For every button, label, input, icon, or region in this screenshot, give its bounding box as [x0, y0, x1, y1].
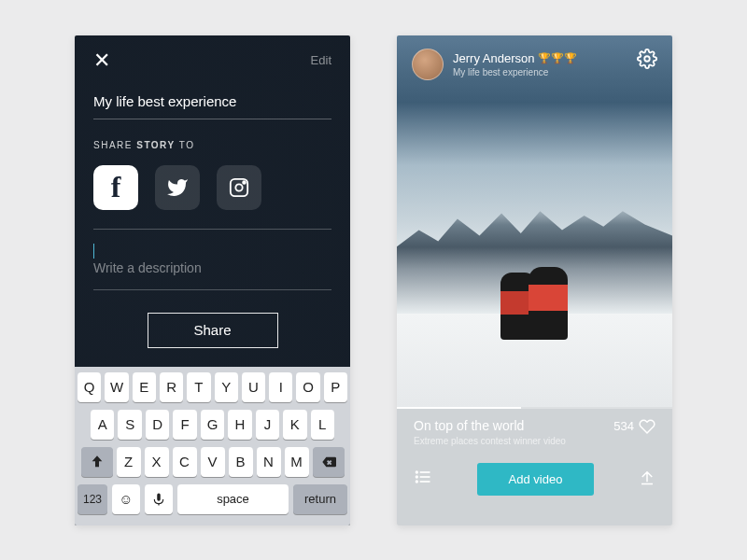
profile-screen: Jerry Anderson 🏆🏆🏆 My life best experien…: [397, 35, 672, 525]
header: Jerry Anderson 🏆🏆🏆 My life best experien…: [412, 49, 657, 80]
key-p[interactable]: P: [324, 372, 347, 402]
upload-icon[interactable]: [639, 469, 655, 489]
svg-point-9: [416, 481, 418, 483]
action-row: Add video: [414, 463, 655, 496]
key-a[interactable]: A: [91, 410, 114, 440]
key-o[interactable]: O: [296, 372, 319, 402]
svg-point-2: [243, 181, 246, 184]
key-i[interactable]: I: [269, 372, 292, 402]
svg-point-7: [416, 471, 418, 473]
key-y[interactable]: Y: [215, 372, 238, 402]
share-to-label: SHARE STORY TO: [93, 140, 331, 150]
text-cursor: [93, 244, 94, 259]
key-g[interactable]: G: [201, 410, 224, 440]
list-icon[interactable]: [414, 468, 432, 490]
key-j[interactable]: J: [256, 410, 279, 440]
numeric-key[interactable]: 123: [78, 484, 107, 514]
social-row: f: [93, 165, 331, 210]
add-video-button[interactable]: Add video: [477, 463, 595, 496]
story-title-input[interactable]: [93, 93, 331, 119]
hero-image: Jerry Anderson 🏆🏆🏆 My life best experien…: [397, 35, 672, 407]
user-name: Jerry Anderson 🏆🏆🏆: [453, 51, 577, 65]
key-b[interactable]: B: [229, 447, 253, 477]
emoji-key[interactable]: ☺: [112, 484, 140, 514]
share-screen: ✕ Edit SHARE STORY TO f Share QWERTYUIOP…: [75, 35, 350, 525]
key-l[interactable]: L: [311, 410, 334, 440]
svg-point-1: [235, 184, 242, 190]
key-e[interactable]: E: [133, 372, 156, 402]
key-f[interactable]: F: [173, 410, 196, 440]
close-icon[interactable]: ✕: [93, 49, 110, 73]
return-key[interactable]: return: [293, 484, 347, 514]
svg-point-8: [416, 476, 418, 478]
key-c[interactable]: C: [173, 447, 197, 477]
keyboard: QWERTYUIOP ASDFGHJKL ZXCVBNM 123 ☺ space…: [75, 367, 350, 525]
key-z[interactable]: Z: [117, 447, 141, 477]
key-q[interactable]: Q: [78, 372, 101, 402]
key-k[interactable]: K: [283, 410, 306, 440]
key-row-3: ZXCVBNM: [78, 447, 347, 477]
like-count[interactable]: 534: [613, 418, 655, 435]
avatar: [412, 49, 444, 80]
twitter-icon[interactable]: [155, 165, 200, 210]
key-d[interactable]: D: [146, 410, 169, 440]
key-v[interactable]: V: [201, 447, 225, 477]
share-button[interactable]: Share: [148, 313, 278, 348]
mic-key[interactable]: [145, 484, 173, 514]
video-subtitle: Extreme places contest winner video: [414, 436, 655, 446]
gear-icon[interactable]: [637, 49, 657, 73]
key-r[interactable]: R: [160, 372, 183, 402]
key-h[interactable]: H: [228, 410, 251, 440]
user-block[interactable]: Jerry Anderson 🏆🏆🏆 My life best experien…: [412, 49, 577, 80]
key-s[interactable]: S: [118, 410, 141, 440]
shift-key[interactable]: [81, 447, 113, 477]
description-field: [93, 229, 331, 290]
key-w[interactable]: W: [105, 372, 128, 402]
user-subtitle: My life best experience: [453, 67, 577, 77]
facebook-icon[interactable]: f: [93, 165, 138, 210]
key-row-2: ASDFGHJKL: [78, 410, 347, 440]
key-x[interactable]: X: [145, 447, 169, 477]
key-m[interactable]: M: [285, 447, 309, 477]
key-t[interactable]: T: [187, 372, 210, 402]
edit-button[interactable]: Edit: [311, 53, 331, 67]
instagram-icon[interactable]: [217, 165, 261, 210]
key-row-4: 123 ☺ space return: [78, 484, 347, 514]
key-n[interactable]: N: [257, 447, 281, 477]
svg-point-3: [644, 56, 650, 62]
key-u[interactable]: U: [242, 372, 265, 402]
top-bar: ✕ Edit: [75, 35, 350, 86]
space-key[interactable]: space: [177, 484, 289, 514]
people-illustration: [493, 260, 577, 340]
trophies-icon: 🏆🏆🏆: [538, 52, 577, 64]
backspace-key[interactable]: [313, 447, 345, 477]
key-row-1: QWERTYUIOP: [78, 372, 347, 402]
progress-bar[interactable]: [397, 407, 672, 409]
description-input[interactable]: [93, 260, 331, 275]
video-info-bar: On top of the world Extreme places conte…: [397, 407, 672, 525]
